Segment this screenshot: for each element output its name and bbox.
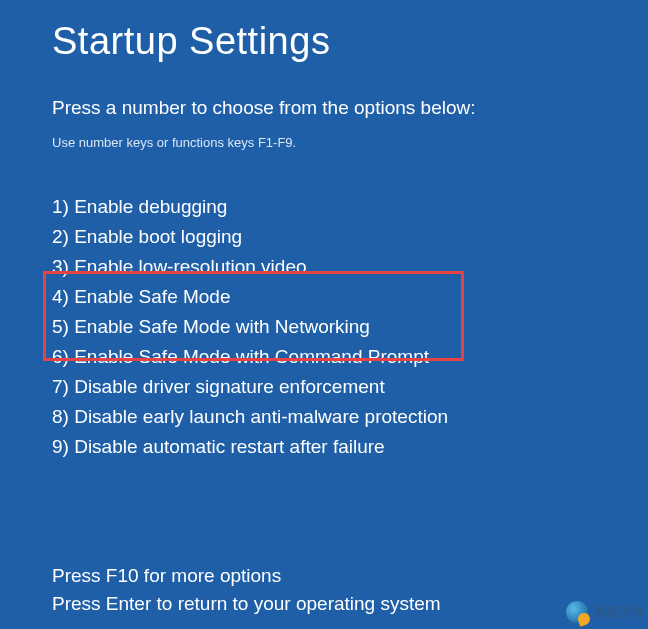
- watermark: 系统天地: [566, 601, 644, 623]
- option-9-disable-auto-restart[interactable]: 9) Disable automatic restart after failu…: [52, 432, 648, 462]
- option-1-debugging[interactable]: 1) Enable debugging: [52, 192, 648, 222]
- options-list: 1) Enable debugging 2) Enable boot loggi…: [52, 192, 648, 462]
- option-8-disable-antimalware[interactable]: 8) Disable early launch anti-malware pro…: [52, 402, 648, 432]
- option-4-safe-mode[interactable]: 4) Enable Safe Mode: [52, 282, 648, 312]
- subinstruction-text: Use number keys or functions keys F1-F9.: [52, 135, 648, 150]
- option-5-safe-mode-networking[interactable]: 5) Enable Safe Mode with Networking: [52, 312, 648, 342]
- watermark-text: 系统天地: [592, 603, 644, 621]
- option-7-disable-driver-sig[interactable]: 7) Disable driver signature enforcement: [52, 372, 648, 402]
- footer-hints: Press F10 for more options Press Enter t…: [52, 562, 648, 618]
- page-title: Startup Settings: [52, 20, 648, 63]
- more-options-hint: Press F10 for more options: [52, 562, 648, 590]
- option-2-boot-logging[interactable]: 2) Enable boot logging: [52, 222, 648, 252]
- return-hint: Press Enter to return to your operating …: [52, 590, 648, 618]
- startup-settings-screen: Startup Settings Press a number to choos…: [0, 0, 648, 618]
- watermark-globe-icon: [566, 601, 588, 623]
- option-3-low-res-video[interactable]: 3) Enable low-resolution video: [52, 252, 648, 282]
- instruction-text: Press a number to choose from the option…: [52, 97, 648, 119]
- option-6-safe-mode-cmd[interactable]: 6) Enable Safe Mode with Command Prompt: [52, 342, 648, 372]
